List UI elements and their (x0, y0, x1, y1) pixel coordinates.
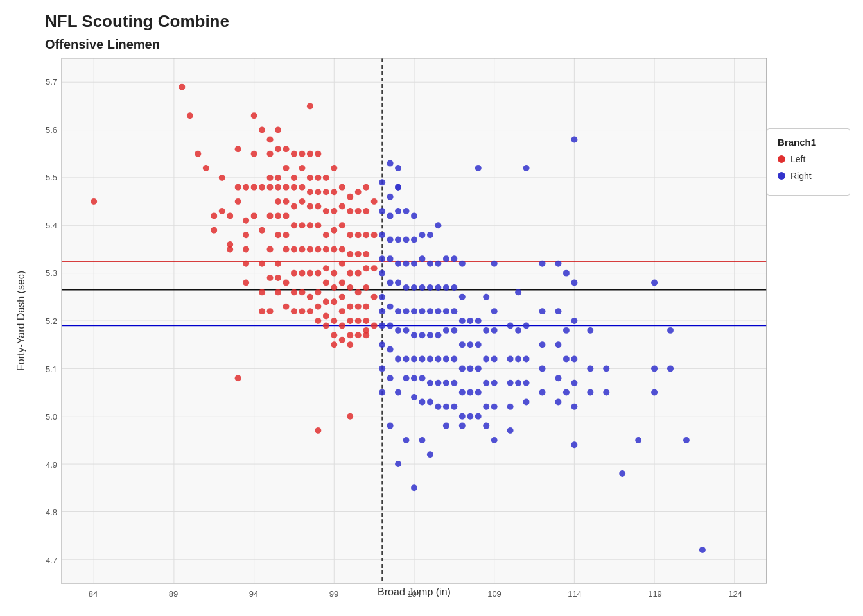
svg-point-37 (235, 146, 241, 152)
svg-point-182 (371, 265, 378, 271)
svg-point-324 (523, 356, 530, 363)
svg-point-154 (347, 232, 353, 238)
svg-point-301 (483, 327, 489, 334)
svg-point-319 (515, 327, 521, 334)
svg-point-283 (459, 318, 466, 324)
svg-point-335 (555, 375, 561, 381)
svg-point-178 (363, 318, 369, 324)
svg-point-279 (451, 380, 457, 386)
svg-point-61 (267, 246, 274, 252)
svg-point-132 (331, 189, 337, 195)
svg-point-134 (331, 227, 337, 234)
svg-point-344 (571, 356, 577, 363)
svg-point-97 (299, 246, 305, 252)
svg-point-206 (387, 304, 394, 310)
svg-point-30 (211, 212, 217, 219)
svg-point-117 (315, 270, 321, 277)
y-tick-label: 5.4 (46, 220, 61, 230)
svg-point-274 (451, 255, 457, 262)
svg-point-161 (347, 341, 353, 348)
svg-point-293 (467, 413, 473, 420)
svg-point-52 (259, 227, 265, 234)
svg-point-63 (267, 308, 274, 314)
svg-point-341 (571, 136, 577, 142)
svg-point-260 (435, 284, 441, 291)
svg-point-232 (411, 261, 417, 267)
svg-point-82 (283, 304, 290, 310)
svg-point-304 (483, 404, 489, 410)
svg-point-334 (555, 341, 561, 348)
svg-point-198 (379, 365, 385, 372)
svg-point-56 (267, 136, 274, 142)
svg-point-28 (195, 151, 201, 157)
svg-point-306 (491, 261, 498, 267)
svg-point-217 (395, 327, 401, 334)
y-tick-label: 5.2 (46, 316, 61, 326)
svg-point-156 (347, 270, 353, 277)
y-tick-label: 4.8 (46, 508, 61, 517)
svg-point-194 (379, 294, 385, 300)
svg-point-310 (491, 380, 498, 386)
svg-point-307 (491, 308, 498, 314)
svg-point-118 (315, 289, 321, 295)
svg-point-65 (275, 146, 281, 152)
svg-point-78 (283, 212, 290, 219)
svg-point-159 (347, 318, 353, 324)
svg-point-225 (403, 308, 410, 314)
svg-point-214 (395, 261, 401, 267)
x-tick-label: 119 (648, 589, 662, 599)
svg-point-290 (467, 341, 473, 348)
legend-items: LeftRight (778, 154, 839, 181)
svg-point-80 (283, 246, 290, 252)
svg-point-257 (427, 451, 433, 458)
plot-area (61, 58, 767, 584)
svg-point-278 (451, 356, 457, 363)
svg-point-295 (475, 318, 482, 324)
svg-point-66 (275, 175, 281, 181)
svg-point-354 (635, 437, 641, 443)
svg-point-45 (243, 280, 249, 286)
svg-point-145 (339, 246, 345, 252)
svg-point-224 (403, 284, 410, 291)
svg-point-322 (523, 165, 530, 171)
svg-point-29 (203, 165, 209, 171)
svg-point-285 (459, 365, 466, 372)
svg-point-272 (443, 404, 449, 410)
svg-point-213 (395, 237, 401, 243)
svg-point-26 (179, 84, 185, 90)
svg-point-229 (403, 437, 410, 443)
chart-subtitle: Offensive Linemen (45, 37, 160, 52)
svg-point-208 (387, 346, 394, 353)
svg-point-353 (619, 470, 625, 477)
chart-container: NFL Scouting Combine Offensive Linemen F… (0, 0, 863, 616)
svg-point-284 (459, 341, 466, 348)
svg-point-81 (283, 280, 290, 286)
svg-point-125 (323, 246, 329, 252)
svg-point-342 (571, 280, 577, 286)
svg-point-129 (323, 313, 329, 320)
svg-point-39 (235, 198, 241, 205)
svg-point-202 (387, 212, 394, 219)
svg-point-165 (355, 251, 362, 257)
svg-point-355 (651, 280, 658, 286)
svg-point-53 (259, 261, 265, 267)
svg-point-188 (363, 327, 369, 334)
svg-point-363 (395, 184, 401, 191)
legend-title: Branch1 (778, 137, 839, 148)
svg-point-351 (603, 365, 609, 372)
svg-point-137 (331, 284, 337, 291)
svg-point-60 (267, 212, 274, 219)
svg-point-189 (379, 179, 385, 185)
svg-point-100 (299, 308, 305, 314)
svg-point-177 (363, 304, 369, 310)
svg-point-149 (339, 308, 345, 314)
svg-point-77 (283, 198, 290, 205)
svg-point-25 (91, 198, 97, 205)
svg-point-86 (291, 203, 297, 210)
svg-point-300 (483, 294, 489, 300)
svg-point-244 (419, 332, 425, 338)
svg-point-184 (371, 322, 378, 329)
svg-point-233 (411, 284, 417, 291)
svg-point-356 (651, 365, 658, 372)
svg-point-87 (291, 222, 297, 228)
